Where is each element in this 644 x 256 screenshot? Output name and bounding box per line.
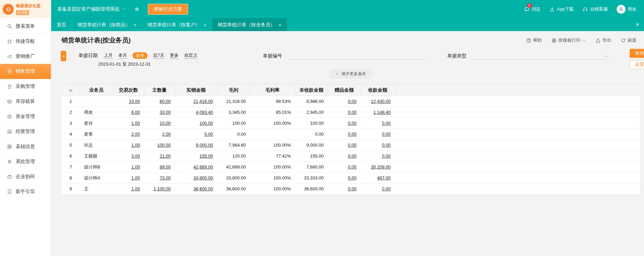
cell-qty[interactable]: 1,100.00 xyxy=(144,184,175,194)
doc-no-input[interactable] xyxy=(288,52,425,60)
app-download-button[interactable]: App下载 xyxy=(549,6,574,12)
cell-gift-amount[interactable]: 0.00 xyxy=(328,107,361,118)
sidebar-item-quick-nav[interactable]: 快捷导航 xyxy=(0,34,51,49)
doc-type-select[interactable] xyxy=(473,52,609,60)
cell-gift-amount[interactable]: 0.00 xyxy=(328,118,361,129)
refresh-button[interactable]: 刷新 xyxy=(621,37,636,43)
table-row[interactable]: 9王1.001,100.0036,600.0036,600.00100.00%3… xyxy=(61,184,640,194)
cell-qty[interactable]: 2.00 xyxy=(144,129,175,140)
cell-gift-amount[interactable]: 0.00 xyxy=(328,96,361,107)
drilldown-link[interactable]: 42,889.00 xyxy=(193,164,213,170)
drilldown-link[interactable]: 100.00 xyxy=(157,143,171,148)
column-header-sales-amount[interactable]: 实销金额 xyxy=(175,85,217,96)
column-header-salesperson[interactable]: 业务员 xyxy=(80,85,113,96)
collapse-panel-button[interactable]: » xyxy=(61,51,66,61)
drilldown-link[interactable]: 100.00 xyxy=(199,121,213,126)
date-range-value[interactable]: 2023-01-01 至 2023-12-31 xyxy=(98,61,151,67)
table-row[interactable]: 6王丽丽3.0021.00155.00120.0077.42%155.000.0… xyxy=(61,151,640,162)
cell-received[interactable]: 35,209.00 xyxy=(361,162,395,173)
drilldown-link[interactable]: 0.00 xyxy=(348,121,356,126)
cell-received[interactable]: 12,430.00 xyxy=(361,96,395,107)
drilldown-link[interactable]: 6.00 xyxy=(131,110,140,115)
drilldown-link[interactable]: 2.00 xyxy=(131,132,140,137)
column-header-qty[interactable]: 主数量 xyxy=(144,85,175,96)
cell-received[interactable]: 467.00 xyxy=(361,173,395,184)
close-all-tabs-icon[interactable]: × xyxy=(635,18,639,31)
drilldown-link[interactable]: 60.00 xyxy=(159,99,171,104)
cell-sales-amount[interactable]: 0.00 xyxy=(175,129,217,140)
help-button[interactable]: 帮助 xyxy=(526,37,542,43)
system-select[interactable]: 装备及固定资产辅助管理系统 xyxy=(57,6,126,12)
drilldown-link[interactable]: 10.00 xyxy=(129,99,140,104)
cell-qty[interactable]: 21.00 xyxy=(144,151,175,162)
cell-gift-amount[interactable]: 0.00 xyxy=(328,140,361,151)
cell-received[interactable]: 0.00 xyxy=(361,184,395,194)
drilldown-link[interactable]: 2.00 xyxy=(162,132,171,137)
cell-received[interactable]: 0.00 xyxy=(361,129,395,140)
drilldown-link[interactable]: 0.00 xyxy=(348,99,356,104)
drilldown-link[interactable]: 0.00 xyxy=(382,143,391,148)
cell-qty[interactable]: 89.00 xyxy=(144,162,175,173)
drilldown-link[interactable]: 21,416.00 xyxy=(193,99,213,104)
drilldown-link[interactable]: 0.00 xyxy=(382,132,391,137)
drilldown-link[interactable]: 10.00 xyxy=(159,121,171,126)
drilldown-link[interactable]: 1.00 xyxy=(131,175,140,180)
column-settings-gear-icon[interactable] xyxy=(68,88,73,93)
drilldown-link[interactable]: 4,093.40 xyxy=(196,110,213,115)
cell-qty[interactable]: 33.00 xyxy=(144,107,175,118)
cell-received[interactable]: 0.00 xyxy=(361,151,395,162)
sidebar-item-purchase[interactable]: 采购管理 xyxy=(0,79,51,94)
column-header-trades[interactable]: 交易次数 xyxy=(113,85,144,96)
drilldown-link[interactable]: 1.00 xyxy=(131,121,140,126)
drilldown-link[interactable]: 1.00 xyxy=(131,186,140,191)
cell-received[interactable]: 1,148.40 xyxy=(361,107,395,118)
drilldown-link[interactable]: 12,430.00 xyxy=(371,99,391,104)
cell-received[interactable]: 0.00 xyxy=(361,140,395,151)
drilldown-link[interactable]: 467.00 xyxy=(377,175,391,180)
cell-sales-amount[interactable]: 21,416.00 xyxy=(175,96,217,107)
quick-option-custom[interactable]: 自定义 xyxy=(184,53,197,59)
cell-gift-amount[interactable]: 0.00 xyxy=(328,129,361,140)
settings-button[interactable]: 设置 xyxy=(630,60,644,69)
drilldown-link[interactable]: 1,100.00 xyxy=(153,186,171,191)
column-header-gross-profit[interactable]: 毛利 xyxy=(217,85,250,96)
user-menu[interactable]: 用友 xyxy=(617,5,636,14)
sidebar-item-search-menu[interactable]: 搜索菜单 xyxy=(0,19,51,34)
sidebar-item-marketing[interactable]: 营销推广 xyxy=(0,49,51,64)
table-row[interactable]: 2用友6.0033.004,093.403,345.0085.01%2,945.… xyxy=(61,107,640,118)
column-header-received[interactable]: 收款金额 xyxy=(361,85,395,96)
column-settings-header[interactable] xyxy=(61,85,80,96)
tab-report-by-product[interactable]: 销货单统计表（按商品） × xyxy=(72,18,142,31)
cell-trades[interactable]: 3.00 xyxy=(113,151,144,162)
column-header-margin[interactable]: 毛利率 xyxy=(250,85,295,96)
drilldown-link[interactable]: 1.00 xyxy=(131,143,140,148)
cell-qty[interactable]: 60.00 xyxy=(144,96,175,107)
tab-report-by-salesperson[interactable]: 销货单统计表（按业务员） × xyxy=(212,18,287,31)
sidebar-item-sales[interactable]: 销售管理 xyxy=(0,64,51,79)
table-row[interactable]: 4老李2.002.000.000.000.000.000.00 xyxy=(61,129,640,140)
tab-home[interactable]: 首页 xyxy=(51,18,72,31)
messages-button[interactable]: 6 消息 xyxy=(524,6,541,12)
search-button[interactable]: 查询 xyxy=(630,49,644,58)
drilldown-link[interactable]: 73.00 xyxy=(159,175,171,180)
export-button[interactable]: 导出 xyxy=(596,37,611,43)
close-tab-icon[interactable]: × xyxy=(278,23,281,27)
drilldown-link[interactable]: 1,148.40 xyxy=(373,110,391,115)
drilldown-link[interactable]: 0.00 xyxy=(348,143,356,148)
drilldown-link[interactable]: 0.00 xyxy=(382,153,391,159)
drilldown-link[interactable]: 0.00 xyxy=(348,132,356,137)
table-row[interactable]: 7设计师B1.0089.0042,889.0042,889.00100.00%7… xyxy=(61,162,640,173)
cell-qty[interactable]: 100.00 xyxy=(144,140,175,151)
drilldown-link[interactable]: 89.00 xyxy=(159,164,171,170)
cell-trades[interactable]: 1.00 xyxy=(113,162,144,173)
online-service-button[interactable]: 在线客服 xyxy=(583,6,608,12)
close-tab-icon[interactable]: × xyxy=(204,23,206,27)
column-header-unpaid[interactable]: 未收款金额 xyxy=(295,85,328,96)
trial-plan-button[interactable]: 体验行业方案 xyxy=(148,4,188,15)
cell-qty[interactable]: 73.00 xyxy=(144,173,175,184)
drilldown-link[interactable]: 155.00 xyxy=(199,153,213,159)
drilldown-link[interactable]: 9,000.00 xyxy=(196,143,213,148)
drilldown-link[interactable]: 0.00 xyxy=(382,186,391,191)
sidebar-item-operations[interactable]: 经营管理 xyxy=(0,124,51,139)
quick-option-last-month[interactable]: 上月 xyxy=(104,53,113,59)
